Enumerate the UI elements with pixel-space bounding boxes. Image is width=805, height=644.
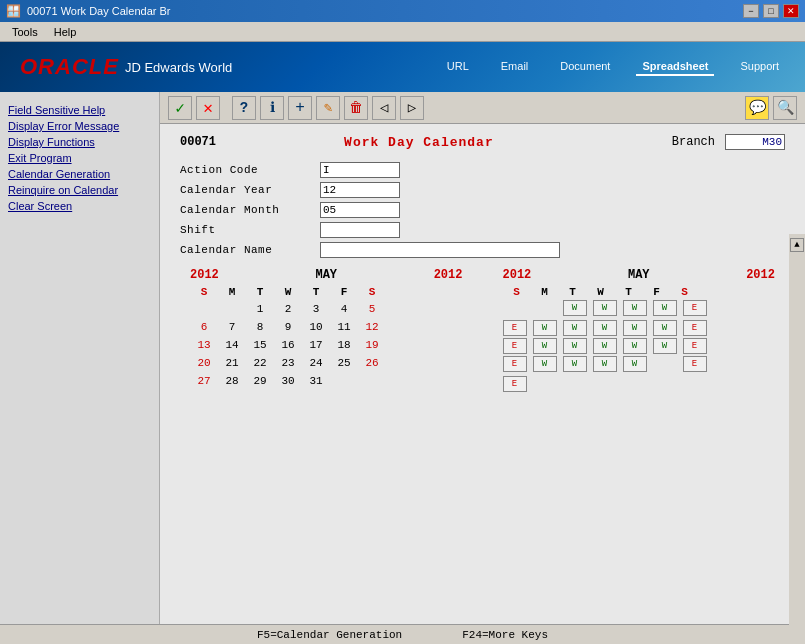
- nav-email[interactable]: Email: [495, 58, 535, 76]
- day-hdr-t1r: T: [559, 286, 587, 298]
- form-header: 00071 Work Day Calendar Branch: [180, 134, 785, 150]
- day-hdr-w: W: [274, 286, 302, 298]
- cal-left-week-2: 6 7 8 9 10 11 12: [190, 318, 463, 336]
- sidebar-item-field-sensitive-help[interactable]: Field Sensitive Help: [8, 102, 151, 118]
- menu-tools[interactable]: Tools: [4, 24, 46, 40]
- toolbar-help-button[interactable]: ?: [232, 96, 256, 120]
- cal-ind: E: [683, 300, 707, 316]
- toolbar-delete-button[interactable]: 🗑: [344, 96, 368, 120]
- cal-left-week-1: 1 2 3 4 5: [190, 300, 463, 318]
- titlebar-title: 00071 Work Day Calendar Br: [27, 5, 170, 17]
- day-hdr-fr: F: [643, 286, 671, 298]
- calendar-month-input[interactable]: [320, 202, 400, 218]
- cal-cell: 1: [246, 300, 274, 318]
- sidebar-item-calendar-generation[interactable]: Calendar Generation: [8, 166, 151, 182]
- menu-help[interactable]: Help: [46, 24, 85, 40]
- day-hdr-s1: S: [190, 286, 218, 298]
- cal-ind: W: [623, 338, 647, 354]
- cal-cell: 31: [302, 372, 330, 390]
- cal-right-week-1: W W W W E: [503, 300, 776, 318]
- nav-spreadsheet[interactable]: Spreadsheet: [636, 58, 714, 76]
- cal-left-header: 2012 MAY 2012: [190, 268, 463, 282]
- branch-input[interactable]: [725, 134, 785, 150]
- day-hdr-t1: T: [246, 286, 274, 298]
- field-label-cal-name: Calendar Name: [180, 244, 320, 256]
- day-hdr-m: M: [218, 286, 246, 298]
- scroll-up-button[interactable]: ▲: [790, 238, 804, 252]
- day-hdr-mr: M: [531, 286, 559, 298]
- titlebar: 🪟 00071 Work Day Calendar Br − □ ✕: [0, 0, 805, 22]
- cal-right-week-4: E W W W W E: [503, 356, 776, 374]
- cal-right-week-3: E W W W W W E: [503, 338, 776, 354]
- sidebar-item-reinquire[interactable]: Reinquire on Calendar: [8, 182, 151, 198]
- calendar-name-input[interactable]: [320, 242, 560, 258]
- sidebar-item-clear-screen[interactable]: Clear Screen: [8, 198, 151, 214]
- cal-ind: E: [683, 320, 707, 336]
- main: Field Sensitive Help Display Error Messa…: [0, 92, 805, 624]
- cal-cell: 12: [358, 318, 386, 336]
- field-row-cal-name: Calendar Name: [180, 242, 785, 258]
- oracle-logo: ORACLE JD Edwards World: [20, 54, 232, 80]
- sidebar-item-exit-program[interactable]: Exit Program: [8, 150, 151, 166]
- toolbar-search-button[interactable]: 🔍: [773, 96, 797, 120]
- calendars: 2012 MAY 2012 S M T W T F S: [180, 268, 785, 396]
- field-label-cal-year: Calendar Year: [180, 184, 320, 196]
- cal-cell: [190, 300, 218, 318]
- cal-ind: W: [533, 356, 557, 372]
- toolbar-info-button[interactable]: ℹ: [260, 96, 284, 120]
- cal-ind: E: [503, 356, 527, 372]
- cal-cell: 19: [358, 336, 386, 354]
- cal-ind: W: [563, 320, 587, 336]
- cal-cell: 17: [302, 336, 330, 354]
- maximize-button[interactable]: □: [763, 4, 779, 18]
- toolbar-chat-button[interactable]: 💬: [745, 96, 769, 120]
- cal-cell: 24: [302, 354, 330, 372]
- sidebar-item-display-functions[interactable]: Display Functions: [8, 134, 151, 150]
- cal-cell: 7: [218, 318, 246, 336]
- statusbar-key2: F24=More Keys: [462, 629, 548, 641]
- cal-ind: E: [503, 376, 527, 392]
- toolbar-prev-button[interactable]: ◁: [372, 96, 396, 120]
- cal-ind: W: [623, 300, 647, 316]
- cal-left-week-5: 27 28 29 30 31: [190, 372, 463, 390]
- statusbar: F5=Calendar Generation F24=More Keys: [0, 624, 805, 644]
- calendar-year-input[interactable]: [320, 182, 400, 198]
- toolbar-ok-button[interactable]: ✓: [168, 96, 192, 120]
- scrollbar-area: ▲ ⊕ + 🔍: [789, 234, 805, 644]
- sidebar-item-display-error-message[interactable]: Display Error Message: [8, 118, 151, 134]
- day-hdr-f: F: [330, 286, 358, 298]
- cal-cell: 5: [358, 300, 386, 318]
- menubar: Tools Help: [0, 22, 805, 42]
- content: ✓ ✕ ? ℹ + ✎ 🗑 ◁ ▷ 💬 🔍 00071 Work Day Cal…: [160, 92, 805, 624]
- cal-cell: 27: [190, 372, 218, 390]
- cal-cell: 23: [274, 354, 302, 372]
- nav-support[interactable]: Support: [734, 58, 785, 76]
- day-hdr-t2: T: [302, 286, 330, 298]
- sidebar: Field Sensitive Help Display Error Messa…: [0, 92, 160, 624]
- day-hdr-wr: W: [587, 286, 615, 298]
- close-button[interactable]: ✕: [783, 4, 799, 18]
- cal-cell: [330, 372, 358, 390]
- cal-ind: W: [653, 320, 677, 336]
- toolbar-edit-button[interactable]: ✎: [316, 96, 340, 120]
- cal-right-month: MAY: [628, 268, 650, 282]
- nav-url[interactable]: URL: [441, 58, 475, 76]
- day-hdr-s2r: S: [671, 286, 699, 298]
- branch-label: Branch: [672, 135, 715, 149]
- nav-document[interactable]: Document: [554, 58, 616, 76]
- cal-right-year-right: 2012: [746, 268, 775, 282]
- shift-input[interactable]: [320, 222, 400, 238]
- cal-cell: 9: [274, 318, 302, 336]
- toolbar-cancel-button[interactable]: ✕: [196, 96, 220, 120]
- toolbar-next-button[interactable]: ▷: [400, 96, 424, 120]
- minimize-button[interactable]: −: [743, 4, 759, 18]
- cal-cell: 20: [190, 354, 218, 372]
- toolbar-add-button[interactable]: +: [288, 96, 312, 120]
- oracle-header: ORACLE JD Edwards World URL Email Docume…: [0, 42, 805, 92]
- cal-cell: 10: [302, 318, 330, 336]
- cal-left-grid: S M T W T F S 1 2: [190, 286, 463, 390]
- cal-ind: W: [563, 300, 587, 316]
- action-code-input[interactable]: [320, 162, 400, 178]
- cal-ind: E: [683, 356, 707, 372]
- cal-cell: 29: [246, 372, 274, 390]
